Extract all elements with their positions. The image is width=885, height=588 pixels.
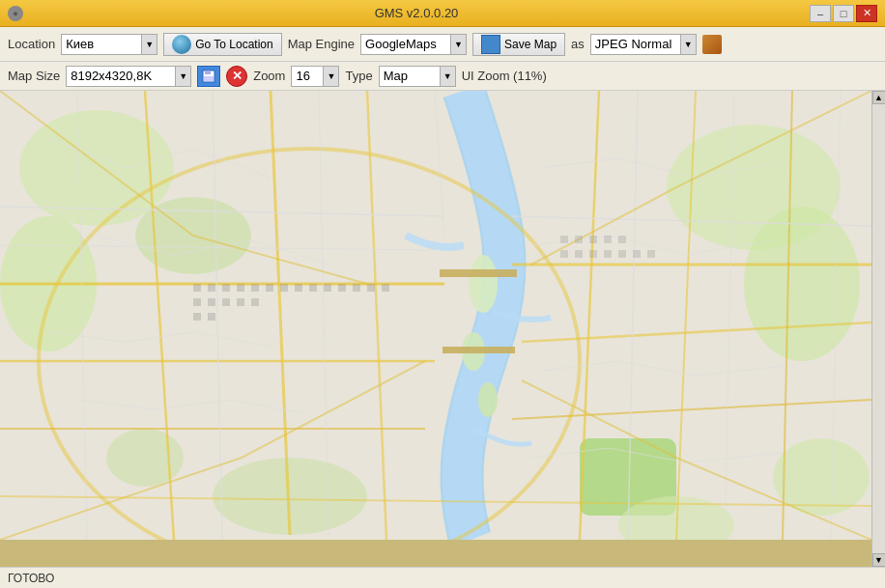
save-map-button[interactable]: Save Map: [472, 33, 565, 56]
ui-zoom-label: UI Zoom (11%): [462, 69, 547, 83]
svg-rect-67: [604, 236, 612, 243]
save-format-dropdown-arrow[interactable]: ▼: [680, 35, 696, 54]
toolbar-row2: Map Size 8192x4320,8K ▼ ✕ Zoom 16 ▼ Type…: [0, 62, 885, 91]
go-to-location-button[interactable]: Go To Location: [163, 33, 282, 56]
location-combo[interactable]: Киев ▼: [61, 34, 157, 55]
svg-rect-66: [589, 236, 597, 243]
svg-rect-64: [560, 236, 568, 243]
map-size-dropdown-arrow[interactable]: ▼: [175, 67, 190, 86]
svg-rect-68: [618, 236, 626, 243]
svg-rect-63: [382, 284, 389, 292]
svg-rect-56: [280, 284, 288, 292]
svg-rect-70: [575, 250, 583, 258]
svg-rect-46: [193, 298, 201, 306]
map-size-value: 8192x4320,8K: [67, 68, 175, 84]
svg-rect-51: [193, 313, 201, 321]
type-value: Map: [380, 68, 440, 84]
type-combo[interactable]: Map ▼: [379, 66, 456, 87]
svg-rect-53: [237, 284, 244, 292]
minimize-button[interactable]: –: [810, 5, 831, 22]
svg-rect-60: [338, 284, 346, 292]
zoom-dropdown-arrow[interactable]: ▼: [323, 67, 338, 86]
svg-rect-65: [575, 236, 583, 243]
close-button[interactable]: ✕: [856, 5, 877, 22]
zoom-combo[interactable]: 16 ▼: [291, 66, 339, 87]
svg-rect-69: [560, 250, 568, 258]
location-dropdown-arrow[interactable]: ▼: [141, 35, 157, 54]
svg-point-14: [469, 255, 498, 313]
maximize-button[interactable]: □: [833, 5, 854, 22]
svg-point-16: [478, 382, 498, 417]
location-value: Киев: [62, 36, 141, 52]
paintbrush-icon: [702, 35, 722, 54]
svg-rect-61: [353, 284, 360, 292]
save-format-combo[interactable]: JPEG Normal ▼: [590, 34, 697, 55]
window-controls: – □ ✕: [810, 5, 877, 22]
svg-rect-49: [237, 298, 244, 306]
svg-rect-72: [604, 250, 612, 258]
svg-rect-59: [324, 284, 331, 292]
map-engine-value: GoogleMaps: [361, 36, 450, 52]
svg-rect-58: [309, 284, 317, 292]
svg-point-8: [744, 207, 860, 361]
map-size-combo[interactable]: 8192x4320,8K ▼: [66, 66, 191, 87]
right-scrollbar[interactable]: ▲ ▼: [871, 91, 885, 567]
svg-rect-2: [204, 76, 214, 81]
svg-rect-54: [251, 284, 259, 292]
svg-rect-73: [618, 250, 626, 258]
svg-rect-45: [222, 284, 230, 292]
svg-rect-42: [442, 347, 515, 353]
status-bar: ГОТОВО: [0, 567, 885, 588]
svg-rect-50: [251, 298, 259, 306]
status-text: ГОТОВО: [8, 572, 54, 585]
map-engine-label: Map Engine: [288, 37, 355, 51]
main-content: Location Киев ▼ Go To Location Map Engin…: [0, 27, 885, 588]
svg-rect-43: [193, 284, 201, 292]
window-title: GMS v2.0.0.20: [23, 6, 810, 20]
svg-rect-71: [589, 250, 597, 258]
go-to-location-label: Go To Location: [195, 38, 273, 51]
map-size-label: Map Size: [8, 69, 60, 83]
scroll-up-button[interactable]: ▲: [872, 91, 886, 104]
save-map-label: Save Map: [504, 38, 557, 51]
svg-rect-47: [208, 298, 215, 306]
svg-rect-62: [367, 284, 375, 292]
svg-rect-44: [208, 284, 215, 292]
map-svg: [0, 91, 871, 540]
map-engine-dropdown-arrow[interactable]: ▼: [450, 35, 466, 54]
toolbar-row1: Location Киев ▼ Go To Location Map Engin…: [0, 27, 885, 62]
save-format-value: JPEG Normal: [591, 36, 680, 52]
svg-point-12: [106, 429, 184, 487]
zoom-value: 16: [292, 68, 323, 84]
save-icon-button[interactable]: [197, 66, 220, 87]
type-label: Type: [345, 69, 372, 83]
svg-rect-52: [208, 313, 215, 321]
svg-rect-75: [647, 250, 655, 258]
svg-rect-57: [295, 284, 302, 292]
svg-rect-48: [222, 298, 230, 306]
scroll-down-button[interactable]: ▼: [872, 553, 886, 567]
cancel-icon-button[interactable]: ✕: [226, 66, 247, 87]
disk-icon: [202, 70, 215, 83]
globe-icon: [172, 35, 191, 54]
type-dropdown-arrow[interactable]: ▼: [440, 67, 455, 86]
map-area[interactable]: ▲ ▼: [0, 91, 885, 567]
app-icon: ●: [8, 6, 23, 21]
svg-rect-74: [633, 250, 641, 258]
save-icon: [481, 35, 500, 54]
save-as-label: as: [571, 37, 585, 51]
svg-rect-41: [440, 269, 517, 277]
zoom-label: Zoom: [253, 69, 285, 83]
location-label: Location: [8, 37, 55, 51]
svg-rect-1: [205, 70, 211, 74]
title-bar: ● GMS v2.0.0.20 – □ ✕: [0, 0, 885, 27]
map-engine-combo[interactable]: GoogleMaps ▼: [360, 34, 467, 55]
svg-rect-55: [266, 284, 273, 292]
